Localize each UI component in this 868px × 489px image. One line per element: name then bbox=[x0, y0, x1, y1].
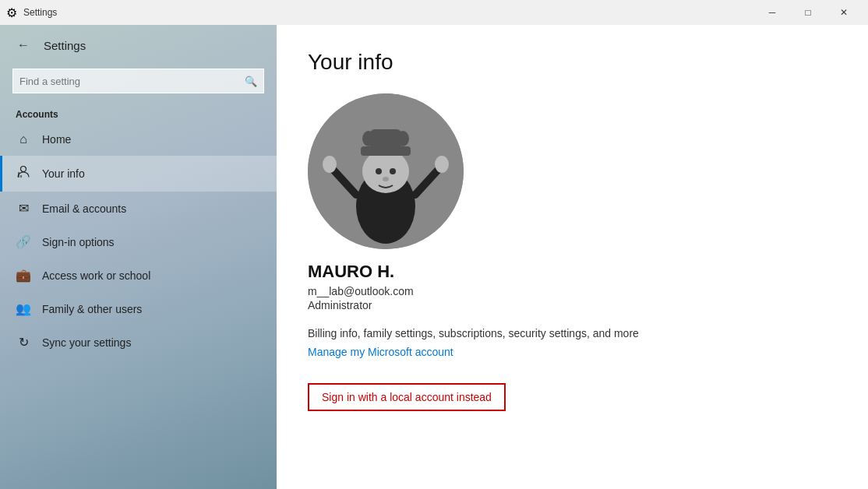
search-icon[interactable]: 🔍 bbox=[245, 76, 257, 87]
sidebar-item-label-email: Email & accounts bbox=[42, 202, 126, 215]
svg-rect-7 bbox=[370, 129, 401, 150]
sidebar-app-title: Settings bbox=[44, 39, 86, 52]
close-button[interactable]: ✕ bbox=[826, 0, 862, 25]
sidebar-nav-top: ← Settings bbox=[0, 25, 277, 65]
user-role: Administrator bbox=[308, 299, 372, 311]
email-icon: ✉ bbox=[16, 201, 31, 216]
sidebar-section-label: Accounts bbox=[0, 103, 277, 123]
titlebar: ⚙ Settings ─ □ ✕ bbox=[0, 0, 868, 25]
maximize-button[interactable]: □ bbox=[790, 0, 826, 25]
svg-point-12 bbox=[383, 177, 389, 181]
svg-point-9 bbox=[397, 131, 409, 146]
sidebar-item-sync[interactable]: ↻ Sync your settings bbox=[0, 325, 277, 359]
settings-icon: ⚙ bbox=[6, 5, 17, 20]
svg-point-0 bbox=[21, 167, 26, 172]
svg-point-5 bbox=[362, 150, 409, 193]
svg-point-11 bbox=[390, 168, 396, 174]
profile-section: MAURO H. m__lab@outlook.com Administrato… bbox=[308, 93, 837, 411]
sidebar-item-your-info[interactable]: Your info bbox=[0, 156, 277, 192]
sidebar-item-label-sync: Sync your settings bbox=[42, 336, 131, 349]
manage-microsoft-account-link[interactable]: Manage my Microsoft account bbox=[308, 346, 453, 358]
family-icon: 👥 bbox=[16, 301, 31, 316]
svg-point-16 bbox=[435, 156, 449, 173]
sidebar-item-label-your-info: Your info bbox=[42, 167, 85, 180]
search-box: 🔍 bbox=[12, 69, 264, 93]
sidebar-item-home[interactable]: ⌂ Home bbox=[0, 123, 277, 156]
sync-icon: ↻ bbox=[16, 335, 31, 350]
svg-point-10 bbox=[376, 168, 382, 174]
sign-in-icon: 🔗 bbox=[16, 234, 31, 249]
sidebar: ← Settings 🔍 Accounts ⌂ Home bbox=[0, 25, 277, 489]
titlebar-title: Settings bbox=[23, 7, 57, 18]
home-icon: ⌂ bbox=[16, 132, 31, 146]
svg-point-8 bbox=[362, 131, 375, 146]
minimize-button[interactable]: ─ bbox=[754, 0, 790, 25]
sign-in-local-account-button[interactable]: Sign in with a local account instead bbox=[308, 383, 506, 411]
sidebar-item-sign-in[interactable]: 🔗 Sign-in options bbox=[0, 225, 277, 259]
sidebar-item-email-accounts[interactable]: ✉ Email & accounts bbox=[0, 192, 277, 225]
titlebar-controls: ─ □ ✕ bbox=[754, 0, 862, 25]
svg-point-14 bbox=[323, 156, 337, 173]
work-icon: 💼 bbox=[16, 268, 31, 283]
page-title: Your info bbox=[308, 50, 837, 75]
sidebar-item-label-home: Home bbox=[42, 133, 71, 146]
back-button[interactable]: ← bbox=[12, 34, 34, 56]
user-email: m__lab@outlook.com bbox=[308, 285, 414, 297]
sidebar-item-family[interactable]: 👥 Family & other users bbox=[0, 292, 277, 325]
search-input[interactable] bbox=[19, 76, 245, 87]
main-layout: ← Settings 🔍 Accounts ⌂ Home bbox=[0, 25, 868, 489]
avatar bbox=[308, 93, 464, 249]
sidebar-item-label-family: Family & other users bbox=[42, 303, 142, 315]
billing-info-text: Billing info, family settings, subscript… bbox=[308, 327, 639, 339]
content-area: Your info bbox=[277, 25, 868, 489]
user-name: MAURO H. bbox=[308, 262, 394, 282]
sidebar-item-label-work: Access work or school bbox=[42, 269, 150, 282]
your-info-icon bbox=[16, 165, 31, 182]
sidebar-item-access-work[interactable]: 💼 Access work or school bbox=[0, 259, 277, 292]
titlebar-left: ⚙ Settings bbox=[6, 5, 57, 20]
sidebar-item-label-signin: Sign-in options bbox=[42, 236, 115, 248]
